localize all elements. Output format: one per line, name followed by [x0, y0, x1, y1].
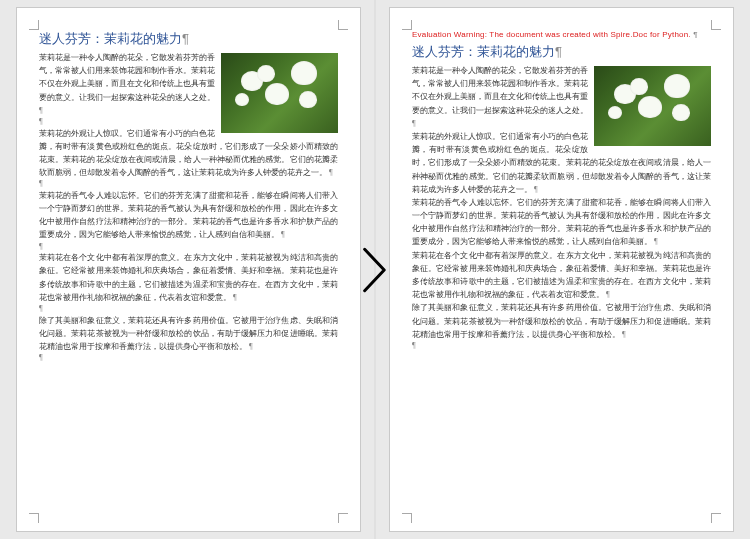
crop-mark [402, 20, 412, 30]
pilcrow-icon: ¶ [233, 293, 237, 302]
pilcrow-icon: ¶ [39, 117, 43, 126]
pilcrow-icon: ¶ [329, 168, 333, 177]
crop-mark [29, 513, 39, 523]
arrow-right-icon [361, 247, 389, 293]
paragraph: 茉莉花在各个文化中都有着深厚的意义。在东方文化中，茉莉花被视为纯洁和高贵的象征。… [39, 251, 338, 304]
pilcrow-icon: ¶ [654, 237, 658, 246]
page-right: Evaluation Warning: The document was cre… [389, 7, 734, 532]
pilcrow-icon: ¶ [39, 179, 43, 188]
paragraph: 茉莉花的外观让人惊叹。它们通常有小巧的白色花瓣，有时带有淡黄色或粉红色的斑点。花… [39, 127, 338, 180]
paragraph: 茉莉花在各个文化中都有着深厚的意义。在东方文化中，茉莉花被视为纯洁和高贵的象征。… [412, 249, 711, 302]
pilcrow-icon: ¶ [39, 304, 43, 313]
pilcrow-icon: ¶ [281, 230, 285, 239]
paragraph: 茉莉花的香气令人难以忘怀。它们的芬芳充满了甜蜜和花香，能够在瞬间将人们带入一个宁… [39, 189, 338, 242]
crop-mark [711, 513, 721, 523]
pilcrow-icon: ¶ [412, 341, 416, 350]
blank-line: ¶ [412, 341, 711, 351]
pilcrow-icon: ¶ [182, 31, 189, 46]
crop-mark [402, 513, 412, 523]
jasmine-image [221, 53, 338, 133]
pilcrow-icon: ¶ [534, 185, 538, 194]
paragraph: 茉莉花的香气令人难以忘怀。它们的芬芳充满了甜蜜和花香，能够在瞬间将人们带入一个宁… [412, 196, 711, 249]
pilcrow-icon: ¶ [39, 106, 43, 115]
blank-line: ¶ [39, 242, 338, 252]
evaluation-warning: Evaluation Warning: The document was cre… [412, 30, 711, 39]
pilcrow-icon: ¶ [622, 330, 626, 339]
page-title: 迷人芬芳：茉莉花的魅力¶ [39, 30, 338, 48]
pilcrow-icon: ¶ [39, 242, 43, 251]
blank-line: ¶ [39, 179, 338, 189]
jasmine-image [594, 66, 711, 146]
page-title: 迷人芬芳：茉莉花的魅力¶ [412, 43, 711, 61]
document-body: 茉莉花是一种令人陶醉的花朵，它散发着芬芳的香气，常常被人们用来装饰花园和制作香水… [39, 51, 338, 363]
crop-mark [29, 20, 39, 30]
paragraph: 除了其美丽和象征意义，茉莉花还具有许多药用价值。它被用于治疗焦虑、失眠和消化问题… [412, 301, 711, 341]
pilcrow-icon: ¶ [249, 342, 253, 351]
crop-mark [338, 20, 348, 30]
crop-mark [338, 513, 348, 523]
pilcrow-icon: ¶ [39, 353, 43, 362]
pilcrow-icon: ¶ [693, 30, 698, 39]
blank-line: ¶ [39, 353, 338, 363]
pilcrow-icon: ¶ [606, 290, 610, 299]
blank-line: ¶ [39, 304, 338, 314]
page-left: 迷人芬芳：茉莉花的魅力¶ 茉莉花是一种令人陶醉的花朵，它散发着芬芳的香气，常常被… [16, 7, 361, 532]
paragraph: 除了其美丽和象征意义，茉莉花还具有许多药用价值。它被用于治疗焦虑、失眠和消化问题… [39, 314, 338, 354]
pilcrow-icon: ¶ [555, 44, 562, 59]
crop-mark [711, 20, 721, 30]
document-body: 茉莉花是一种令人陶醉的花朵，它散发着芬芳的香气，常常被人们用来装饰花园和制作香水… [412, 64, 711, 351]
pilcrow-icon: ¶ [412, 119, 416, 128]
